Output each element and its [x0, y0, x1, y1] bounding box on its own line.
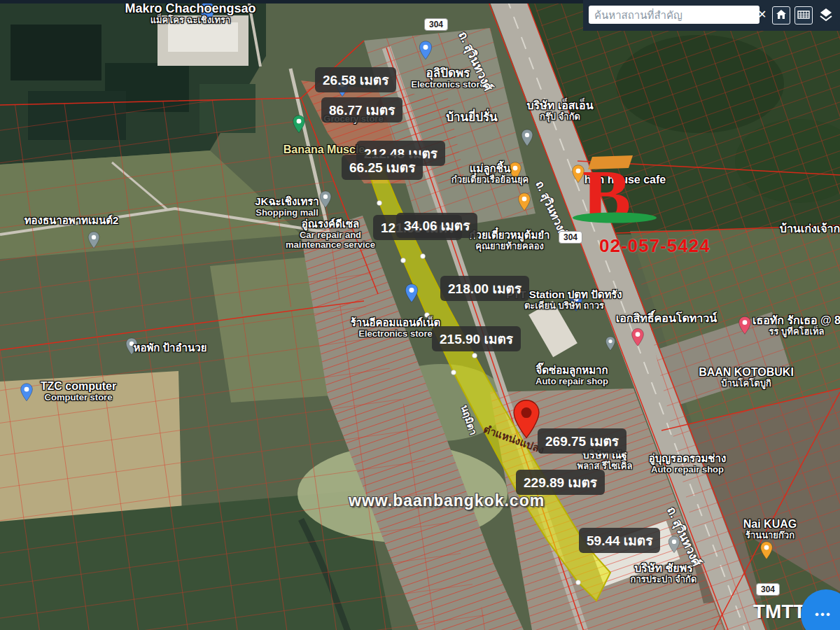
map-overlays: ถ. สุวินทวงศ์ถ. สุวินทวงศ์ถ. สุวินทวงศ์น…: [0, 0, 840, 630]
layers-icon: [818, 7, 834, 24]
place-name: BAAN KOTOBUKI: [699, 366, 794, 379]
website-watermark: www.baanbangkok.com: [349, 491, 545, 510]
pin-noodle-pork[interactable]: [518, 192, 531, 214]
chat-dots-icon: •••: [815, 608, 832, 622]
place-label: อู่ณรงค์ดีเซลCar repair andmaintenance s…: [286, 218, 375, 251]
pin-tzc[interactable]: [20, 383, 34, 405]
search-panel: ✕: [583, 0, 840, 31]
pin-apartment[interactable]: [88, 231, 100, 252]
place-name: บ้านยี่ปรั่น: [446, 111, 497, 124]
measurement-label: 86.77 เมตร: [321, 97, 402, 122]
route-shield-304: 304: [756, 583, 780, 596]
place-subtitle: รร บูทีคโฮเท็ล: [752, 327, 840, 337]
place-label: แม่ลูกชิ้นก๋วยเตี๋ยวเรือย้อนยุค: [451, 163, 528, 185]
place-label: ก๋วยเตี๋ยวหมูต้มยำคุณยายท้ายคลอง: [470, 230, 550, 251]
logo-green-ellipse: [573, 213, 657, 223]
place-subtitle: ก๋วยเตี๋ยวเรือย้อนยุค: [451, 175, 528, 186]
place-subtitle: Electronics store: [411, 80, 485, 90]
measurement-label: 269.75 เมตร: [538, 428, 626, 454]
measurement-label: 34.06 เมตร: [396, 213, 477, 238]
place-name: เธอทัก รักเธอ @ 8: [752, 314, 840, 327]
pin-naikuag[interactable]: [760, 541, 774, 563]
place-label: ทองธนาอพาทเมนต์2: [24, 215, 119, 227]
place-subtitle: Auto repair shop: [536, 377, 608, 387]
place-label: TZC computerComputer store: [41, 380, 116, 402]
place-subtitle: maintenance service: [286, 240, 375, 251]
place-label: อู่บุญรอดรวมช่างAuto repair shop: [649, 453, 726, 475]
measurement-label: 26.58 เมตร: [315, 67, 396, 92]
home-icon: [775, 8, 788, 23]
place-name: JKฉะเชิงเทรา: [255, 196, 319, 208]
place-name: TZC computer: [41, 380, 116, 393]
place-subtitle: Electronics store: [351, 329, 440, 340]
route-shield-304: 304: [424, 18, 448, 31]
place-label: บ้านยี่ปรั่น: [446, 111, 497, 124]
pin-banana-muscle[interactable]: [293, 115, 306, 136]
place-name: Makro Chachoengsao: [125, 1, 255, 15]
place-name: อู่ณรงค์ดีเซล: [286, 218, 375, 230]
place-label: บริษัท ชัยพรการประปา จำกัด: [631, 562, 697, 584]
place-subtitle: ร้านนายก๊วก: [743, 531, 797, 541]
place-label: BAAN KOTOBUKIบ้านโคโตบูกิ: [699, 366, 794, 388]
home-button[interactable]: [772, 6, 790, 24]
pin-sn-group[interactable]: [521, 129, 533, 150]
place-subtitle: คุณยายท้ายคลอง: [470, 241, 550, 252]
place-name: ก๋วยเตี๋ยวหมูต้มยำ: [470, 230, 550, 241]
place-name: จิ๊ดซ่อมลูกหมาก: [536, 365, 608, 377]
place-subtitle: Auto repair shop: [649, 465, 726, 475]
place-name: บริษัท เอ็สเอ็น: [526, 99, 593, 112]
place-subtitle: กรุ๊ป จำกัด: [526, 112, 593, 122]
place-label: JKฉะเชิงเทราShopping mall: [255, 196, 319, 218]
search-input[interactable]: [589, 6, 760, 24]
measurement-label: 66.25 เมตร: [342, 155, 423, 180]
pin-jk-mall[interactable]: [319, 190, 332, 211]
route-shield-304: 304: [559, 231, 582, 244]
place-label: จิ๊ดซ่อมลูกหมากAuto repair shop: [536, 365, 608, 386]
pin-auto-shop[interactable]: [606, 336, 616, 354]
place-name: อู่บุญรอดรวมช่าง: [649, 453, 726, 465]
grid-button[interactable]: [794, 6, 813, 24]
place-label: เธอทัก รักเธอ @ 8รร บูทีคโฮเท็ล: [752, 314, 840, 337]
place-name: ทองธนาอพาทเมนต์2: [24, 215, 119, 227]
place-name: หอพัก ป้าอำนวย: [134, 342, 207, 354]
place-subtitle: Shopping mall: [255, 208, 319, 218]
place-label: บ้านเก่งเจ้าก: [780, 223, 840, 235]
measurement-label: 218.00 เมตร: [440, 276, 529, 301]
place-subtitle: การประปา จำกัด: [631, 575, 697, 585]
pin-ecom[interactable]: [405, 284, 419, 306]
place-subtitle: ตะเคียน บริษัท ถาวร: [506, 301, 622, 312]
pin-hotel-condo[interactable]: [631, 328, 645, 350]
pin-electronics-top[interactable]: [419, 41, 433, 63]
phone-number: 02-057-5424: [599, 235, 710, 257]
plot-location-pin[interactable]: [512, 399, 541, 442]
place-label: Nai KUAGร้านนายก๊วก: [743, 518, 797, 540]
place-subtitle: Computer store: [41, 393, 116, 403]
place-name: เอกสิทธิ์คอนโดทาวน์: [616, 312, 718, 325]
place-label: Makro Chachoengsaoแม็คโคร ฉะเชิงเทรา: [125, 1, 255, 26]
layers-button[interactable]: [817, 6, 835, 24]
place-label: ร้านอีคอมแอนด์เน็ตElectronics store: [351, 317, 440, 339]
baanbangkok-logo: B: [573, 153, 664, 230]
place-name: ร้านอีคอมแอนด์เน็ต: [351, 317, 440, 329]
place-name: บ้านเก่งเจ้าก: [780, 223, 840, 235]
grid-icon: [797, 8, 810, 23]
place-name: แม่ลูกชิ้น: [451, 163, 528, 175]
corner-text: TMTT: [753, 601, 806, 623]
place-subtitle: บ้านโคโตบูกิ: [699, 379, 794, 389]
measurement-label: 215.90 เมตร: [432, 326, 521, 351]
place-label: หอพัก ป้าอำนวย: [134, 342, 207, 354]
place-subtitle: แม็คโคร ฉะเชิงเทรา: [125, 15, 255, 26]
place-name: Nai KUAG: [743, 518, 797, 531]
road-label: นฤมิตา: [457, 403, 482, 438]
map-app-window: ถ. สุวินทวงศ์ถ. สุวินทวงศ์ถ. สุวินทวงศ์น…: [0, 0, 840, 630]
measurement-label: 59.44 เมตร: [579, 528, 660, 553]
pin-hotel-boutique[interactable]: [738, 316, 752, 338]
search-clear-button[interactable]: ✕: [753, 7, 771, 22]
place-label: บริษัท เอ็สเอ็นกรุ๊ป จำกัด: [526, 99, 593, 122]
place-label: เอกสิทธิ์คอนโดทาวน์: [616, 312, 718, 325]
